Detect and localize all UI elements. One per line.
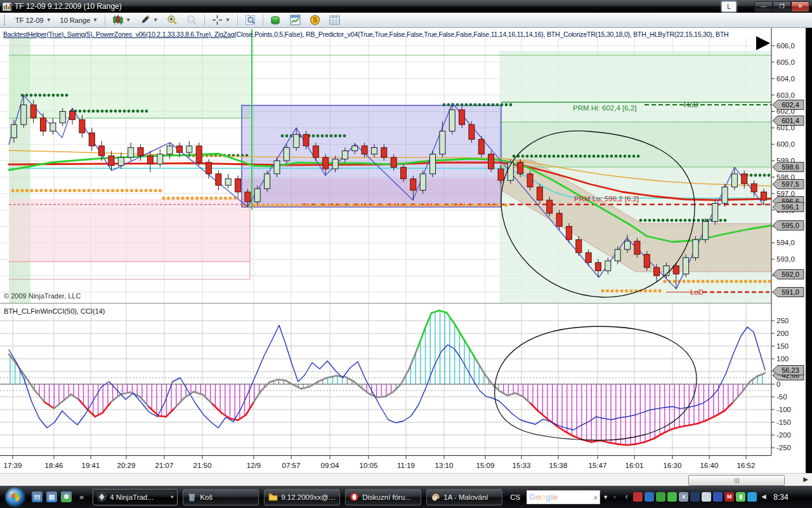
support-dots xyxy=(409,203,412,206)
candle xyxy=(625,241,631,250)
support-dots xyxy=(186,196,189,199)
chart-text: -200 xyxy=(776,431,791,439)
chart-panel[interactable]: PRM Hi: 602,4 [6,2]HoDPRM Lo: 596,2 [6,2… xyxy=(0,28,812,473)
resistance-dots xyxy=(750,174,753,177)
candle xyxy=(147,156,153,164)
instrument-selector[interactable]: TF 12-09▼ xyxy=(11,15,56,26)
m-app-icon[interactable]: M xyxy=(724,492,734,502)
resistance-dots xyxy=(639,219,643,222)
toolbar-grip[interactable] xyxy=(4,15,8,25)
new-chart-button[interactable] xyxy=(285,13,305,27)
support-dots xyxy=(371,203,374,206)
battery-icon[interactable]: ▮ xyxy=(736,492,745,502)
candle xyxy=(693,239,698,257)
taskbar-button-opera[interactable]: Diskuzní fóru... xyxy=(345,489,421,505)
globe-icon[interactable] xyxy=(690,492,700,502)
support-dots xyxy=(343,203,346,206)
x-app-icon[interactable]: x xyxy=(679,492,688,502)
minimize-button[interactable]: — xyxy=(754,1,773,12)
chart-text: 07:57 xyxy=(282,462,301,469)
taskbar-button-ninjatrader[interactable]: 4 NinjaTrad...▾ xyxy=(93,489,178,505)
crosshair-button[interactable]: ▼ xyxy=(207,13,235,27)
cci50-line xyxy=(627,444,636,445)
scrollbar-right-arrow[interactable]: ▶ xyxy=(803,476,808,483)
candle xyxy=(157,154,163,164)
resistance-dots xyxy=(317,135,320,138)
candle xyxy=(138,147,143,156)
support-dots xyxy=(366,203,369,206)
search-icon[interactable]: ⌕ xyxy=(593,493,598,502)
start-button[interactable] xyxy=(5,487,25,507)
taskbar-button-recycle-bin[interactable]: Koš xyxy=(183,489,259,505)
candle xyxy=(518,163,523,174)
support-dots xyxy=(224,196,227,199)
support-dots xyxy=(615,289,619,292)
account-button[interactable] xyxy=(266,13,285,27)
support-dots xyxy=(663,279,666,283)
close-button[interactable]: ✕ xyxy=(791,1,809,12)
zoom-in-button[interactable] xyxy=(162,13,182,27)
icq-icon[interactable]: ✽ xyxy=(61,491,72,502)
resistance-dots xyxy=(496,104,499,107)
zoom-out-button[interactable] xyxy=(182,13,202,27)
region-zoom-button[interactable] xyxy=(240,13,260,27)
resistance-dots xyxy=(461,104,464,107)
horizontal-scrollbar[interactable]: ▶ xyxy=(0,473,812,486)
resistance-dots xyxy=(530,155,534,158)
search-options-icon[interactable]: ▫ xyxy=(613,494,615,500)
support-dots xyxy=(30,189,33,192)
chart-text: -50 xyxy=(776,393,787,401)
candle xyxy=(498,169,504,180)
support-dots xyxy=(58,189,62,192)
mail-icon[interactable] xyxy=(713,492,723,502)
resistance-dots xyxy=(285,135,289,138)
google-search-box[interactable]: Google ⌕ xyxy=(527,490,600,504)
antivirus-icon[interactable] xyxy=(633,492,643,502)
chart-style-button[interactable]: ▼ xyxy=(108,13,135,27)
candle xyxy=(596,262,601,271)
chart-text: 10:05 xyxy=(360,462,378,469)
restore-button[interactable]: ❐ xyxy=(773,1,791,12)
support-dots xyxy=(739,279,742,283)
chevron-down-icon: ▼ xyxy=(46,17,51,23)
chart-svg[interactable]: PRM Hi: 602,4 [6,2]HoDPRM Lo: 596,2 [6,2… xyxy=(0,28,812,473)
language-button[interactable]: L xyxy=(721,1,737,12)
taskbar-button-label: Diskuzní fóru... xyxy=(362,493,417,501)
chart-text: 603,0 xyxy=(776,91,795,99)
period-selector[interactable]: 10 Range▼ xyxy=(56,15,103,26)
data-grid-button[interactable] xyxy=(325,13,344,27)
language-indicator[interactable]: CS xyxy=(510,493,520,501)
browser-icon[interactable] xyxy=(645,492,654,502)
support-dots xyxy=(271,203,274,206)
support-dots xyxy=(162,196,165,199)
support-dots xyxy=(39,189,43,192)
cci50-line xyxy=(618,444,627,445)
drawing-tools-button[interactable]: ▼ xyxy=(135,13,162,27)
chart-text: 13:10 xyxy=(435,462,454,469)
network-icon[interactable] xyxy=(747,492,757,502)
hide-icons-chevron[interactable]: ‹ xyxy=(622,492,631,502)
display-icon[interactable] xyxy=(702,492,711,502)
title-bar[interactable]: TF 12-09 9.12.2009 (10 Range) L — ❐ ✕ xyxy=(0,0,812,13)
support-dots xyxy=(328,203,331,206)
support-dots xyxy=(400,203,403,206)
resistance-dots xyxy=(509,104,513,107)
window-switcher-icon[interactable]: ▦ xyxy=(46,491,57,502)
search-dropdown-arrow[interactable]: ▼ xyxy=(603,494,608,500)
toolbar-expand-chevron[interactable]: » xyxy=(79,492,84,502)
support-dots xyxy=(154,189,157,192)
show-desktop-icon[interactable]: ▤ xyxy=(32,491,43,502)
taskbar-button-paint[interactable]: 1A - Malování xyxy=(426,489,502,505)
updater-icon[interactable] xyxy=(656,492,665,502)
system-tray: ‹xM▮◄ xyxy=(622,492,768,502)
candle xyxy=(566,227,572,240)
cci50-line xyxy=(159,416,166,417)
messenger-icon[interactable] xyxy=(667,492,677,502)
chart-text: 16:52 xyxy=(737,462,756,469)
candle xyxy=(265,174,270,189)
chart-text: 17:39 xyxy=(4,462,22,469)
market-analyzer-button[interactable]: S xyxy=(305,13,325,27)
taskbar-button-folder[interactable]: 9.12.2009xx@2... xyxy=(264,489,340,505)
volume-icon[interactable]: ◄ xyxy=(759,492,768,502)
scrollbar-thumb[interactable] xyxy=(688,475,785,486)
